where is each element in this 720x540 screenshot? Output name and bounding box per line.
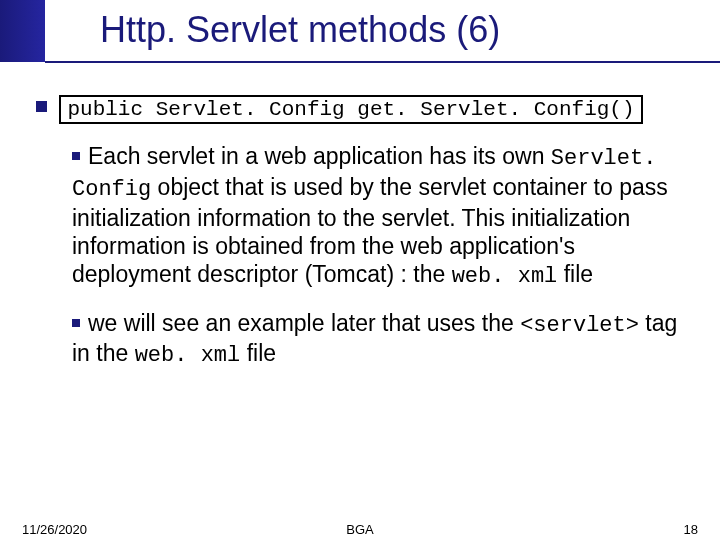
list-item: Each servlet in a web application has it… [72,142,688,291]
bullet-icon [36,101,47,112]
content-area: Each servlet in a web application has it… [72,142,688,388]
inline-code: web. xml [135,343,241,368]
slide-title: Http. Servlet methods (6) [100,9,500,51]
footer-page-number: 18 [684,522,698,537]
inline-code: web. xml [452,264,558,289]
body-text: we will see an example later that uses t… [88,310,520,336]
list-item: we will see an example later that uses t… [72,309,688,371]
bullet-icon [72,319,80,327]
bullet-icon [72,152,80,160]
title-underline [45,61,720,63]
body-text: file [240,340,276,366]
method-signature-code: public Servlet. Config get. Servlet. Con… [59,95,642,124]
footer-author: BGA [0,522,720,537]
inline-code: <servlet> [520,313,639,338]
body-text: Each servlet in a web application has it… [88,143,551,169]
title-accent-block [0,0,45,62]
body-text: file [557,261,593,287]
title-bar: Http. Servlet methods (6) [0,0,720,62]
method-signature-row: public Servlet. Config get. Servlet. Con… [36,95,643,124]
